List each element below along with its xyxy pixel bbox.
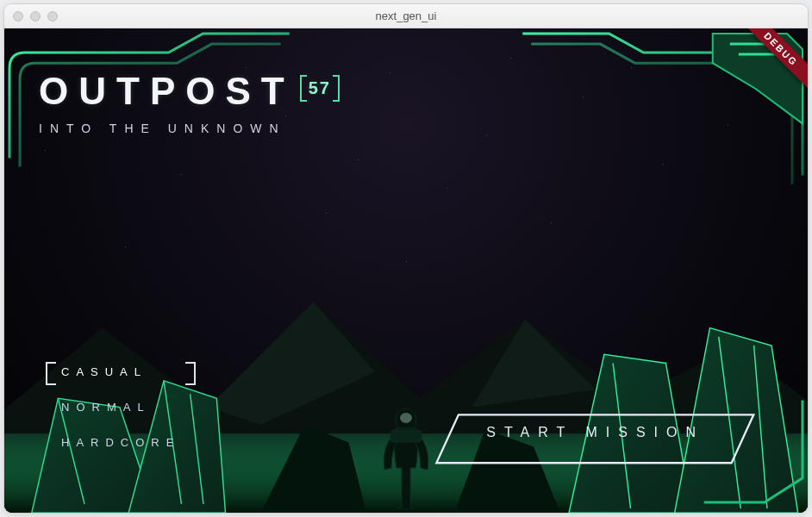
- game-subtitle: INTO THE UNKNOWN: [39, 121, 336, 135]
- difficulty-option-hardcore[interactable]: HARDCORE: [46, 433, 196, 452]
- start-mission-wrap: START MISSION: [434, 413, 756, 452]
- svg-point-21: [400, 413, 412, 423]
- astronaut-art: [376, 406, 436, 509]
- zoom-dot-icon[interactable]: [47, 11, 58, 22]
- start-mission-button[interactable]: START MISSION: [434, 413, 756, 452]
- start-mission-label: START MISSION: [486, 425, 704, 439]
- app-window: next_gen_ui: [3, 3, 809, 514]
- game-title: OUTPOST: [39, 70, 295, 113]
- game-stage: OUTPOST 57 INTO THE UNKNOWN CASUAL NORMA…: [4, 28, 808, 513]
- traffic-lights: [13, 11, 58, 22]
- window-title: next_gen_ui: [4, 9, 808, 22]
- difficulty-option-casual[interactable]: CASUAL: [46, 362, 196, 382]
- close-dot-icon[interactable]: [13, 11, 23, 22]
- window-titlebar: next_gen_ui: [4, 4, 808, 28]
- svg-rect-20: [390, 430, 422, 442]
- title-badge: 57: [303, 77, 336, 100]
- game-logo: OUTPOST 57: [39, 70, 336, 113]
- difficulty-option-normal[interactable]: NORMAL: [46, 397, 196, 417]
- minimize-dot-icon[interactable]: [30, 11, 41, 22]
- title-block: OUTPOST 57 INTO THE UNKNOWN: [39, 70, 336, 135]
- difficulty-menu: CASUAL NORMAL HARDCORE: [46, 362, 196, 452]
